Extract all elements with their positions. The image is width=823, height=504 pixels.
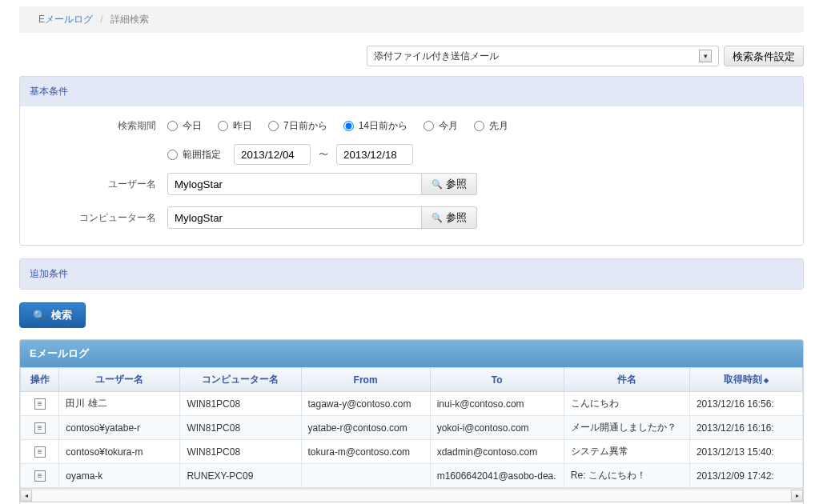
cell-from: tokura-m@contoso.com [301, 440, 430, 464]
breadcrumb-sep: / [100, 14, 102, 25]
user-label: ユーザー名 [39, 178, 167, 191]
computer-input[interactable] [167, 206, 422, 229]
grid-title: Eメールログ [20, 340, 803, 367]
radio-lastmonth[interactable]: 先月 [474, 119, 508, 133]
period-radio-group: 今日 昨日 7日前から 14日前から 今月 先月 [167, 119, 508, 133]
user-row: ユーザー名 🔍参照 [39, 173, 784, 195]
user-input[interactable] [167, 173, 422, 195]
search-icon: 🔍 [33, 310, 46, 322]
cell-user: 田川 雄二 [59, 392, 180, 416]
breadcrumb-link[interactable]: Eメールログ [38, 14, 93, 25]
table-row[interactable]: ≡contoso¥tokura-mWIN81PC08tokura-m@conto… [21, 440, 803, 464]
horizontal-scrollbar[interactable]: ◂ ▸ [20, 488, 803, 502]
scroll-right-icon[interactable]: ▸ [791, 490, 803, 502]
cell-user: contoso¥tokura-m [59, 440, 180, 464]
cell-to: xdadmin@contoso.com [430, 440, 564, 464]
cell-to: inui-k@contoso.com [430, 392, 564, 416]
search-button-row: 🔍 検索 [19, 302, 804, 328]
search-icon: 🔍 [432, 179, 443, 190]
scroll-track[interactable] [33, 490, 790, 501]
cell-from: tagawa-y@contoso.com [301, 392, 430, 416]
col-from[interactable]: From [301, 368, 430, 392]
period-label: 検索期間 [39, 119, 167, 133]
cell-to: m1606642041@asobo-dea. [430, 464, 564, 488]
date-tilde: 〜 [319, 148, 328, 162]
row-detail-icon[interactable]: ≡ [34, 398, 46, 410]
results-table: 操作 ユーザー名 コンピューター名 From To 件名 取得時刻◆ ≡田川 雄… [20, 367, 803, 488]
cell-from: yatabe-r@contoso.com [301, 416, 430, 440]
radio-from14[interactable]: 14日前から [343, 119, 407, 133]
cell-subject: システム異常 [564, 440, 689, 464]
cell-computer: WIN81PC08 [180, 440, 301, 464]
row-detail-icon[interactable]: ≡ [34, 470, 46, 482]
cell-user: contoso¥yatabe-r [59, 416, 180, 440]
cell-from [301, 464, 430, 488]
basic-conditions-title: 基本条件 [20, 77, 803, 106]
filter-toolbar: 添付ファイル付き送信メール ▾ 検索条件設定 [19, 46, 804, 66]
additional-conditions-title[interactable]: 追加条件 [20, 259, 803, 289]
cell-time: 2013/12/09 17:42: [689, 464, 802, 488]
table-row[interactable]: ≡oyama-kRUNEXY-PC09m1606642041@asobo-dea… [21, 464, 803, 488]
cell-computer: RUNEXY-PC09 [180, 464, 301, 488]
sort-indicator-icon: ◆ [764, 377, 769, 384]
basic-conditions-panel: 基本条件 検索期間 今日 昨日 7日前から 14日前から 今月 先月 範囲指定 … [19, 76, 804, 246]
cell-computer: WIN81PC08 [180, 392, 301, 416]
cell-user: oyama-k [59, 464, 180, 488]
table-row[interactable]: ≡田川 雄二WIN81PC08tagawa-y@contoso.cominui-… [21, 392, 803, 416]
table-row[interactable]: ≡contoso¥yatabe-rWIN81PC08yatabe-r@conto… [21, 416, 803, 440]
col-op[interactable]: 操作 [21, 368, 59, 392]
results-grid: Eメールログ 操作 ユーザー名 コンピューター名 From To 件名 取得時刻… [19, 339, 804, 504]
period-row: 検索期間 今日 昨日 7日前から 14日前から 今月 先月 [39, 119, 784, 133]
date-from-input[interactable] [234, 144, 311, 165]
additional-conditions-panel: 追加条件 [19, 258, 804, 290]
radio-range[interactable]: 範囲指定 [167, 148, 221, 162]
computer-ref-button[interactable]: 🔍参照 [422, 206, 477, 229]
radio-from7[interactable]: 7日前から [268, 119, 327, 133]
scroll-left-icon[interactable]: ◂ [20, 490, 32, 502]
breadcrumb-current: 詳細検索 [110, 14, 149, 25]
radio-today[interactable]: 今日 [167, 119, 202, 133]
col-user[interactable]: ユーザー名 [59, 368, 180, 392]
cell-to: yokoi-i@contoso.com [430, 416, 564, 440]
filter-dropdown[interactable]: 添付ファイル付き送信メール ▾ [367, 46, 719, 66]
date-to-input[interactable] [336, 144, 413, 165]
cell-time: 2013/12/16 16:16: [689, 416, 802, 440]
col-to[interactable]: To [430, 368, 564, 392]
col-subject[interactable]: 件名 [564, 368, 689, 392]
search-button[interactable]: 🔍 検索 [19, 302, 86, 328]
radio-thismonth[interactable]: 今月 [424, 119, 458, 133]
search-icon: 🔍 [432, 213, 443, 223]
cell-computer: WIN81PC08 [180, 416, 301, 440]
filter-dropdown-label: 添付ファイル付き送信メール [374, 50, 499, 63]
row-detail-icon[interactable]: ≡ [34, 446, 46, 458]
cell-time: 2013/12/13 15:40: [689, 440, 802, 464]
computer-row: コンピューター名 🔍参照 [39, 206, 784, 229]
col-computer[interactable]: コンピューター名 [180, 368, 301, 392]
date-range-row: 範囲指定 〜 [167, 144, 784, 165]
cell-time: 2013/12/16 16:56: [689, 392, 802, 416]
breadcrumb: Eメールログ / 詳細検索 [19, 6, 804, 33]
cell-subject: こんにちわ [564, 392, 689, 416]
cell-subject: メール開通しましたか？ [564, 416, 689, 440]
grid-header-row: 操作 ユーザー名 コンピューター名 From To 件名 取得時刻◆ [21, 368, 803, 392]
search-settings-button[interactable]: 検索条件設定 [724, 46, 804, 66]
computer-label: コンピューター名 [39, 211, 167, 225]
col-time[interactable]: 取得時刻◆ [689, 368, 802, 392]
chevron-down-icon: ▾ [699, 50, 712, 62]
radio-yesterday[interactable]: 昨日 [218, 119, 252, 133]
user-ref-button[interactable]: 🔍参照 [422, 173, 477, 195]
row-detail-icon[interactable]: ≡ [34, 422, 46, 434]
cell-subject: Re: こんにちわ！ [564, 464, 689, 488]
